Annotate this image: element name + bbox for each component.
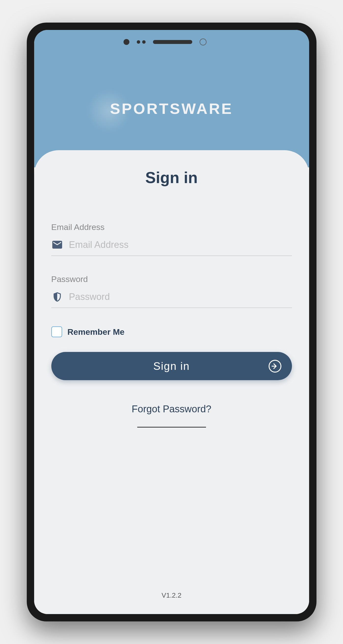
sensor-dot-icon: [142, 40, 146, 44]
signin-button-label: Sign in: [153, 360, 190, 372]
email-field-group: Email Address: [51, 222, 292, 256]
shield-icon: [51, 291, 63, 302]
camera-dot-icon: [124, 39, 129, 45]
front-camera-icon: [200, 38, 206, 46]
signin-title: Sign in: [51, 168, 292, 187]
sensor-group: [137, 40, 146, 44]
app-header: SPORTSWARE: [34, 30, 309, 168]
phone-hardware-bar: [34, 38, 309, 46]
remember-label: Remember Me: [68, 327, 125, 337]
phone-screen: SPORTSWARE Sign in Email Address Passwor…: [34, 30, 309, 614]
email-icon: [51, 239, 63, 250]
version-label: V1.2.2: [51, 592, 292, 604]
phone-frame: SPORTSWARE Sign in Email Address Passwor…: [27, 22, 316, 622]
header-glow-decoration: [87, 89, 131, 133]
forgot-password-link[interactable]: Forgot Password?: [51, 404, 292, 414]
spacer: [51, 428, 292, 592]
email-input[interactable]: [69, 240, 292, 250]
signin-card: Sign in Email Address Password: [34, 150, 309, 614]
remember-checkbox[interactable]: [51, 326, 62, 337]
email-input-row: [51, 239, 292, 256]
remember-row: Remember Me: [51, 326, 292, 337]
password-input[interactable]: [69, 292, 292, 302]
password-label: Password: [51, 274, 292, 284]
arrow-right-circle-icon: [268, 359, 282, 373]
speaker-grille-icon: [153, 40, 192, 44]
password-input-row: [51, 291, 292, 308]
sensor-dot-icon: [137, 40, 140, 44]
signin-button[interactable]: Sign in: [51, 352, 292, 380]
password-field-group: Password: [51, 274, 292, 308]
email-label: Email Address: [51, 222, 292, 232]
